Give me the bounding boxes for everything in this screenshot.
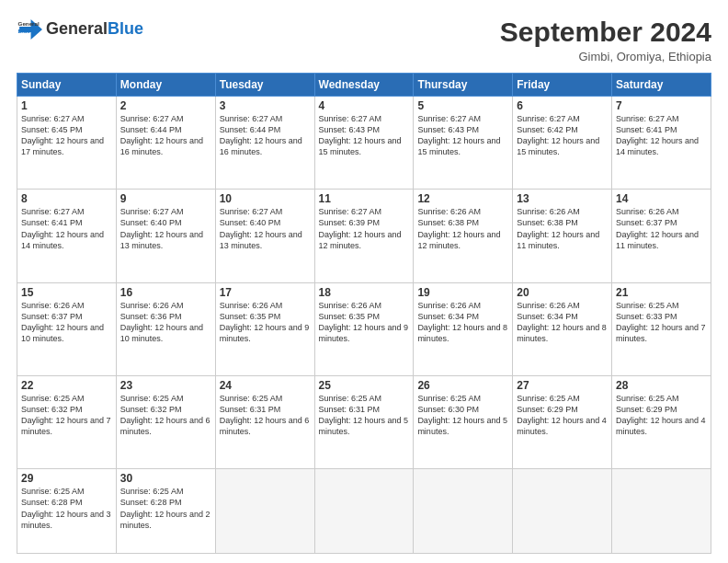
day-number: 18 xyxy=(319,286,410,299)
day-info: Sunrise: 6:25 AMSunset: 6:32 PMDaylight:… xyxy=(21,393,112,438)
table-row: 22Sunrise: 6:25 AMSunset: 6:32 PMDayligh… xyxy=(17,375,117,468)
header: General Blue GeneralBlue September 2024 … xyxy=(17,17,711,63)
day-number: 15 xyxy=(21,286,112,299)
day-info: Sunrise: 6:26 AMSunset: 6:35 PMDaylight:… xyxy=(319,300,410,345)
table-row: 18Sunrise: 6:26 AMSunset: 6:35 PMDayligh… xyxy=(314,282,414,375)
day-number: 29 xyxy=(21,472,112,485)
day-info: Sunrise: 6:26 AMSunset: 6:35 PMDaylight:… xyxy=(220,300,311,345)
title-block: September 2024 Gimbi, Oromiya, Ethiopia xyxy=(500,17,711,63)
table-row: 27Sunrise: 6:25 AMSunset: 6:29 PMDayligh… xyxy=(513,375,612,468)
logo: General Blue GeneralBlue xyxy=(17,17,143,42)
day-number: 10 xyxy=(220,192,311,205)
day-info: Sunrise: 6:25 AMSunset: 6:29 PMDaylight:… xyxy=(517,393,608,438)
table-row: 19Sunrise: 6:26 AMSunset: 6:34 PMDayligh… xyxy=(414,282,513,375)
col-monday: Monday xyxy=(116,74,215,97)
table-row: 8Sunrise: 6:27 AMSunset: 6:41 PMDaylight… xyxy=(17,190,117,282)
table-row: 14Sunrise: 6:26 AMSunset: 6:37 PMDayligh… xyxy=(612,190,711,282)
table-row: 21Sunrise: 6:25 AMSunset: 6:33 PMDayligh… xyxy=(612,282,711,375)
table-row: 24Sunrise: 6:25 AMSunset: 6:31 PMDayligh… xyxy=(215,375,314,468)
day-number: 14 xyxy=(616,192,707,205)
logo-text: GeneralBlue xyxy=(46,20,143,39)
day-info: Sunrise: 6:27 AMSunset: 6:41 PMDaylight:… xyxy=(21,206,112,251)
table-row: 13Sunrise: 6:26 AMSunset: 6:38 PMDayligh… xyxy=(513,190,612,282)
location: Gimbi, Oromiya, Ethiopia xyxy=(500,50,711,63)
day-number: 1 xyxy=(21,99,112,112)
table-row: 12Sunrise: 6:26 AMSunset: 6:38 PMDayligh… xyxy=(414,190,513,282)
day-info: Sunrise: 6:26 AMSunset: 6:37 PMDaylight:… xyxy=(616,206,707,251)
day-info: Sunrise: 6:27 AMSunset: 6:40 PMDaylight:… xyxy=(120,206,211,251)
day-info: Sunrise: 6:27 AMSunset: 6:43 PMDaylight:… xyxy=(319,113,410,158)
col-friday: Friday xyxy=(513,74,612,97)
table-row xyxy=(513,469,612,554)
calendar-week-row: 8Sunrise: 6:27 AMSunset: 6:41 PMDaylight… xyxy=(17,190,711,282)
day-info: Sunrise: 6:25 AMSunset: 6:30 PMDaylight:… xyxy=(417,393,508,438)
day-number: 8 xyxy=(21,192,112,205)
day-info: Sunrise: 6:25 AMSunset: 6:32 PMDaylight:… xyxy=(120,393,211,438)
day-info: Sunrise: 6:27 AMSunset: 6:45 PMDaylight:… xyxy=(21,113,112,158)
table-row: 17Sunrise: 6:26 AMSunset: 6:35 PMDayligh… xyxy=(215,282,314,375)
col-tuesday: Tuesday xyxy=(215,74,314,97)
day-number: 30 xyxy=(120,472,211,485)
table-row: 1Sunrise: 6:27 AMSunset: 6:45 PMDaylight… xyxy=(17,97,117,190)
day-number: 3 xyxy=(220,99,311,112)
day-info: Sunrise: 6:27 AMSunset: 6:44 PMDaylight:… xyxy=(120,113,211,158)
day-number: 24 xyxy=(220,379,311,392)
col-thursday: Thursday xyxy=(414,74,513,97)
month-title: September 2024 xyxy=(500,17,711,48)
table-row: 5Sunrise: 6:27 AMSunset: 6:43 PMDaylight… xyxy=(414,97,513,190)
table-row xyxy=(215,469,314,554)
day-number: 26 xyxy=(417,379,508,392)
table-row: 30Sunrise: 6:25 AMSunset: 6:28 PMDayligh… xyxy=(116,469,215,554)
page: General Blue GeneralBlue September 2024 … xyxy=(0,0,728,563)
day-info: Sunrise: 6:26 AMSunset: 6:36 PMDaylight:… xyxy=(120,300,211,345)
day-number: 2 xyxy=(120,99,211,112)
svg-text:General: General xyxy=(18,20,40,27)
day-info: Sunrise: 6:25 AMSunset: 6:31 PMDaylight:… xyxy=(220,393,311,438)
table-row: 20Sunrise: 6:26 AMSunset: 6:34 PMDayligh… xyxy=(513,282,612,375)
day-number: 19 xyxy=(417,286,508,299)
day-number: 11 xyxy=(319,192,410,205)
day-info: Sunrise: 6:27 AMSunset: 6:39 PMDaylight:… xyxy=(319,206,410,251)
day-number: 21 xyxy=(616,286,707,299)
table-row: 6Sunrise: 6:27 AMSunset: 6:42 PMDaylight… xyxy=(513,97,612,190)
table-row: 7Sunrise: 6:27 AMSunset: 6:41 PMDaylight… xyxy=(612,97,711,190)
day-info: Sunrise: 6:27 AMSunset: 6:43 PMDaylight:… xyxy=(417,113,508,158)
day-info: Sunrise: 6:25 AMSunset: 6:33 PMDaylight:… xyxy=(616,300,707,345)
day-info: Sunrise: 6:26 AMSunset: 6:38 PMDaylight:… xyxy=(417,206,508,251)
day-info: Sunrise: 6:27 AMSunset: 6:41 PMDaylight:… xyxy=(616,113,707,158)
calendar-table: Sunday Monday Tuesday Wednesday Thursday… xyxy=(17,73,711,554)
day-number: 27 xyxy=(517,379,608,392)
col-saturday: Saturday xyxy=(612,74,711,97)
calendar-week-row: 15Sunrise: 6:26 AMSunset: 6:37 PMDayligh… xyxy=(17,282,711,375)
table-row xyxy=(414,469,513,554)
col-sunday: Sunday xyxy=(17,74,117,97)
logo-icon: General Blue xyxy=(17,17,42,42)
svg-text:Blue: Blue xyxy=(18,28,31,34)
table-row: 2Sunrise: 6:27 AMSunset: 6:44 PMDaylight… xyxy=(116,97,215,190)
table-row: 28Sunrise: 6:25 AMSunset: 6:29 PMDayligh… xyxy=(612,375,711,468)
day-info: Sunrise: 6:26 AMSunset: 6:38 PMDaylight:… xyxy=(517,206,608,251)
table-row: 4Sunrise: 6:27 AMSunset: 6:43 PMDaylight… xyxy=(314,97,414,190)
table-row xyxy=(612,469,711,554)
day-number: 9 xyxy=(120,192,211,205)
table-row: 25Sunrise: 6:25 AMSunset: 6:31 PMDayligh… xyxy=(314,375,414,468)
day-number: 28 xyxy=(616,379,707,392)
table-row xyxy=(314,469,414,554)
table-row: 29Sunrise: 6:25 AMSunset: 6:28 PMDayligh… xyxy=(17,469,117,554)
day-info: Sunrise: 6:26 AMSunset: 6:37 PMDaylight:… xyxy=(21,300,112,345)
day-number: 22 xyxy=(21,379,112,392)
day-info: Sunrise: 6:27 AMSunset: 6:44 PMDaylight:… xyxy=(220,113,311,158)
table-row: 3Sunrise: 6:27 AMSunset: 6:44 PMDaylight… xyxy=(215,97,314,190)
day-number: 16 xyxy=(120,286,211,299)
table-row: 23Sunrise: 6:25 AMSunset: 6:32 PMDayligh… xyxy=(116,375,215,468)
day-info: Sunrise: 6:26 AMSunset: 6:34 PMDaylight:… xyxy=(517,300,608,345)
day-info: Sunrise: 6:25 AMSunset: 6:28 PMDaylight:… xyxy=(21,486,112,531)
table-row: 9Sunrise: 6:27 AMSunset: 6:40 PMDaylight… xyxy=(116,190,215,282)
table-row: 11Sunrise: 6:27 AMSunset: 6:39 PMDayligh… xyxy=(314,190,414,282)
day-info: Sunrise: 6:27 AMSunset: 6:40 PMDaylight:… xyxy=(220,206,311,251)
table-row: 16Sunrise: 6:26 AMSunset: 6:36 PMDayligh… xyxy=(116,282,215,375)
day-number: 20 xyxy=(517,286,608,299)
calendar-week-row: 1Sunrise: 6:27 AMSunset: 6:45 PMDaylight… xyxy=(17,97,711,190)
table-row: 10Sunrise: 6:27 AMSunset: 6:40 PMDayligh… xyxy=(215,190,314,282)
col-wednesday: Wednesday xyxy=(314,74,414,97)
